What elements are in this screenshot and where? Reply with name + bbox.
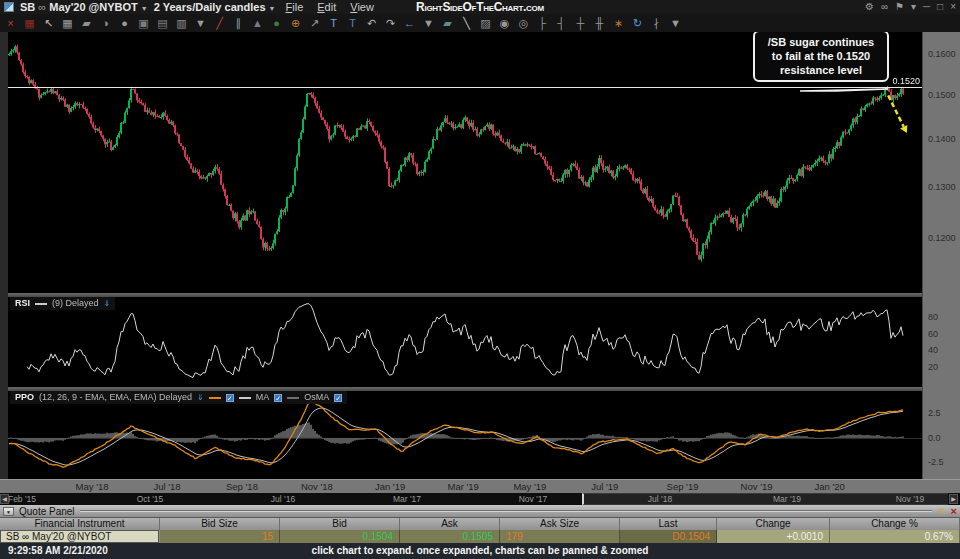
interval-left-icon[interactable]: ├	[536, 14, 549, 32]
quote-column-header[interactable]: Last	[620, 518, 717, 530]
layout-grid-icon[interactable]: ▥	[175, 14, 188, 32]
quote-column-header[interactable]: Change %	[830, 518, 960, 530]
collapse-quote-panel-button[interactable]: ▼	[3, 507, 14, 516]
contract-label: May'20 @NYBOT	[49, 1, 138, 13]
rsi-tick: 80	[923, 312, 959, 322]
link-charts-icon[interactable]: ∞	[881, 0, 888, 14]
restore-icon[interactable]: □	[937, 0, 943, 14]
draw-caret-icon[interactable]: ▼	[422, 14, 435, 32]
menu-edit[interactable]: Edit	[313, 1, 340, 13]
interval-center-icon[interactable]: ╫	[593, 14, 606, 32]
snap-grid-icon[interactable]: ▦	[23, 14, 36, 32]
wrench-icon[interactable]: ∤	[650, 14, 663, 32]
quote-column-header[interactable]: Bid	[280, 518, 400, 530]
timeline-date-label: Jul '18	[648, 494, 672, 504]
annotation-text: to fail at the 0.1520	[757, 49, 885, 63]
date-axis[interactable]: May '18Jul '18Sep '18Nov '18Jan '19Mar '…	[0, 479, 960, 493]
mountain-chart-icon[interactable]: ▲	[251, 14, 264, 32]
date-axis-label: Jan '20	[815, 481, 845, 492]
rsi-tick: 40	[923, 345, 959, 355]
timeframe-selector[interactable]: 2 Years/Daily candles ▼	[154, 1, 276, 13]
rsi-params: (9) Delayed	[52, 297, 99, 310]
quote-column-header[interactable]: Financial Instrument	[0, 518, 160, 530]
settings-gear-icon[interactable]: ⚙	[865, 0, 874, 14]
text-box-icon[interactable]: T	[346, 14, 359, 32]
volume-bars-icon[interactable]: ∥	[232, 14, 245, 32]
pointer-tool-icon[interactable]: ↖	[42, 14, 55, 32]
zoom-out-icon[interactable]: ◎	[517, 14, 530, 32]
ask-size-cell[interactable]: 179	[500, 530, 620, 543]
quote-column-header[interactable]: Ask Size	[500, 518, 620, 530]
text-note-icon[interactable]: T	[327, 14, 340, 32]
close-quote-panel-icon[interactable]: ×	[951, 505, 957, 517]
status-timestamp: 9:29:58 AM 2/21/2020	[8, 545, 108, 556]
ppo-indicator-chart[interactable]	[8, 391, 922, 479]
quote-column-header[interactable]: Change	[717, 518, 830, 530]
target-tool-icon[interactable]: ⊕	[289, 14, 302, 32]
menu-file[interactable]: File	[282, 1, 308, 13]
quote-table-row[interactable]: SB ∞ May'20 @NYBOT150.15040.1505179D0.15…	[0, 530, 960, 543]
header-rule	[80, 510, 933, 512]
left-panel-strip	[0, 32, 8, 479]
ask-cell[interactable]: 0.1505	[400, 530, 500, 543]
timeline-right-arrow[interactable]: ▶	[949, 494, 958, 504]
title-bar: SB ∞ May'20 @NYBOT ▼ 2 Years/Daily candl…	[0, 0, 960, 14]
interval-right-icon[interactable]: ┤	[555, 14, 568, 32]
template-icon[interactable]: ▤	[156, 14, 169, 32]
interval-expand-icon[interactable]: ┼	[574, 14, 587, 32]
redo-icon[interactable]: ↷	[384, 14, 397, 32]
trendline-tool-icon[interactable]: ╲	[460, 14, 473, 32]
inspect-tool-icon[interactable]: ◑	[99, 14, 112, 32]
osma-checkbox[interactable]: ✓	[334, 394, 342, 402]
last-cell[interactable]: D0.1504	[620, 530, 717, 543]
highlight-tool-icon[interactable]: ∗	[612, 14, 625, 32]
ma-checkbox[interactable]: ✓	[274, 394, 282, 402]
ppo-params: (12, 26, 9 - EMA, EMA, EMA) Delayed	[39, 391, 192, 404]
change-cell[interactable]: +0.0010	[717, 530, 830, 543]
menu-view[interactable]: View	[346, 1, 378, 13]
price-axis[interactable]: 0.16000.15000.14000.13000.1200806040202.…	[922, 32, 960, 479]
instrument-cell[interactable]: SB ∞ May'20 @NYBOT	[0, 530, 160, 543]
timeline-view-window[interactable]	[582, 493, 948, 505]
callout-arrow-icon[interactable]: ←	[403, 14, 416, 32]
rsi-indicator-chart[interactable]	[8, 297, 922, 387]
close-window-icon[interactable]: ×	[950, 0, 956, 14]
close-chart-icon[interactable]: ×	[4, 14, 17, 32]
measure-tool-icon[interactable]: ↗	[308, 14, 321, 32]
hatch-tool-icon[interactable]: ▨	[479, 14, 492, 32]
annotation-callout[interactable]: /SB sugar continues to fail at the 0.152…	[753, 30, 889, 82]
bid-size-cell[interactable]: 15	[160, 530, 280, 543]
undo-icon[interactable]: ↶	[365, 14, 378, 32]
zoom-in-icon[interactable]: ◉	[498, 14, 511, 32]
symbol-selector[interactable]: SB ∞ May'20 @NYBOT ▼	[20, 1, 148, 13]
date-axis-label: Nov '18	[301, 481, 333, 492]
pin-caret-icon[interactable]: ▾	[911, 0, 916, 14]
date-axis-label: Jul '19	[591, 481, 618, 492]
timeline-left-arrow[interactable]: ◀	[0, 494, 9, 504]
pencil-tool-icon[interactable]: ╱	[213, 14, 226, 32]
quote-column-header[interactable]: Bid Size	[160, 518, 280, 530]
refresh-icon[interactable]: ↻	[631, 14, 644, 32]
toolbar-caret-icon[interactable]: ▼	[669, 14, 682, 32]
change-pct-cell[interactable]: 0.67%	[830, 530, 960, 543]
minimize-icon[interactable]: ─	[923, 0, 930, 14]
stamp-tool-icon[interactable]: ▰	[80, 14, 93, 32]
timeline-scrollbar[interactable]: Feb '15Oct '15Jul '16Mar '17Nov '17Jul '…	[0, 493, 960, 505]
ppo-checkbox[interactable]: ✓	[226, 394, 234, 402]
status-bar: 9:29:58 AM 2/21/2020 click chart to expa…	[0, 543, 960, 559]
flag-tool-icon[interactable]: ▰	[441, 14, 454, 32]
circle-tool-icon[interactable]: ●	[118, 14, 131, 32]
quote-column-header[interactable]: Ask	[400, 518, 500, 530]
globe-icon[interactable]: ●	[270, 14, 283, 32]
timeline-date-label: Nov '19	[896, 494, 925, 504]
panel-divider[interactable]	[8, 293, 922, 297]
pan-hand-icon[interactable]: ✳	[937, 506, 945, 517]
price-tick: 0.1200	[923, 233, 959, 243]
bid-cell[interactable]: 0.1504	[280, 530, 400, 543]
date-axis-label: Jul '18	[153, 481, 180, 492]
date-axis-label: Sep '18	[226, 481, 258, 492]
pin-icon[interactable]: ⚑	[895, 0, 904, 14]
image-tool-icon[interactable]: ▣	[137, 14, 150, 32]
tools-caret-icon[interactable]: ▼	[194, 14, 207, 32]
grid-tool-icon[interactable]: ▦	[61, 14, 74, 32]
